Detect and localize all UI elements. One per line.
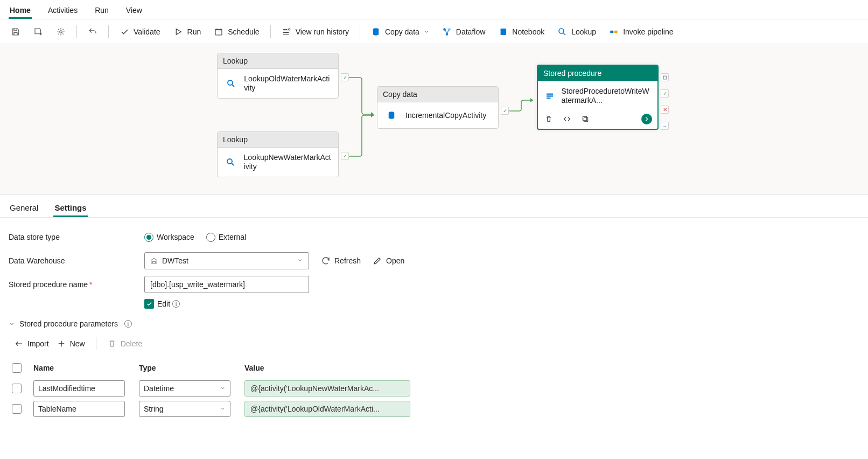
pipeline-canvas[interactable]: Lookup LookupOldWaterMarkActivity ✓ Look…	[0, 44, 868, 195]
data-warehouse-select[interactable]: DWTest	[144, 252, 309, 269]
activity-header: Stored procedure	[538, 66, 657, 81]
svg-rect-1	[215, 29, 222, 35]
invoke-icon	[609, 27, 619, 37]
data-warehouse-value: DWTest	[162, 256, 188, 265]
svg-rect-19	[547, 98, 551, 99]
import-icon	[14, 339, 24, 349]
notebook-button[interactable]: Notebook	[493, 24, 550, 40]
import-button[interactable]: Import	[14, 339, 49, 349]
new-button[interactable]: New	[57, 339, 85, 349]
delete-activity-button[interactable]	[543, 114, 554, 124]
activity-name: StoredProceduretoWriteWatermarkA...	[562, 87, 651, 105]
param-value-input[interactable]: @{activity('LookupOldWaterMarkActi...	[244, 401, 410, 417]
row-checkbox[interactable]	[12, 404, 22, 414]
output-success-badge[interactable]: ✓	[501, 107, 509, 115]
output-default-badge[interactable]	[661, 73, 669, 81]
svg-point-0	[60, 30, 62, 33]
output-failure-badge[interactable]: ✕	[661, 106, 669, 114]
calendar-icon	[214, 27, 223, 37]
info-icon[interactable]: i	[124, 320, 132, 328]
svg-point-11	[559, 29, 564, 33]
activity-name: LookupNewWaterMarkActivity	[244, 153, 332, 171]
svg-rect-22	[663, 76, 667, 79]
svg-point-6	[446, 33, 449, 36]
code-view-button[interactable]	[562, 114, 572, 124]
svg-rect-10	[500, 33, 501, 34]
activity-body: LookupOldWaterMarkActivity	[218, 69, 338, 98]
copy-activity-button[interactable]	[580, 114, 591, 124]
output-success-badge[interactable]: ✓	[341, 73, 349, 81]
run-button[interactable]: Run	[168, 24, 207, 40]
validate-button[interactable]: Validate	[114, 24, 166, 40]
chevron-down-icon	[220, 405, 226, 413]
row-checkbox[interactable]	[12, 384, 22, 393]
lookup-button[interactable]: Lookup	[552, 24, 601, 40]
toolbar: Validate Run Schedule View run history C…	[0, 19, 868, 44]
svg-rect-12	[610, 30, 613, 33]
ribbon-tab-activities[interactable]: Activities	[47, 3, 79, 19]
undo-icon	[88, 27, 97, 37]
toolbar-separator	[76, 25, 77, 38]
activity-lookup-new[interactable]: Lookup LookupNewWaterMarkActivity	[217, 131, 339, 177]
select-all-checkbox[interactable]	[12, 363, 22, 373]
warehouse-icon	[150, 257, 158, 265]
ribbon-tab-view[interactable]: View	[125, 3, 143, 19]
activity-copy-data[interactable]: Copy data IncrementalCopyActivity	[377, 86, 499, 129]
dataflow-button[interactable]: Dataflow	[437, 24, 491, 40]
param-type-select[interactable]: Datetime	[139, 380, 230, 397]
panel-resize-handle[interactable]	[426, 194, 442, 195]
param-type-select[interactable]: String	[139, 401, 230, 417]
history-label: View run history	[296, 27, 349, 36]
data-warehouse-label: Data Warehouse	[9, 256, 144, 265]
settings-gear-button[interactable]	[51, 24, 71, 40]
copy-data-button[interactable]: Copy data	[366, 24, 435, 40]
refresh-button[interactable]: Refresh	[321, 256, 361, 266]
params-collapser[interactable]: Stored procedure parameters i	[9, 319, 859, 329]
search-icon	[224, 76, 237, 91]
param-name-input[interactable]: TableName	[33, 401, 125, 417]
toolbar-separator	[108, 25, 109, 38]
undo-button[interactable]	[82, 24, 103, 40]
toolbar-separator	[96, 337, 96, 350]
svg-point-2	[288, 29, 290, 30]
param-table-header: Name Type Value	[9, 358, 660, 378]
database-icon	[371, 27, 381, 37]
param-toolbar: Import New Delete	[9, 335, 859, 352]
radio-workspace[interactable]: Workspace	[144, 233, 194, 242]
output-skip-badge[interactable]: →	[661, 122, 669, 130]
tab-general[interactable]: General	[9, 199, 39, 217]
chevron-down-icon	[297, 256, 303, 265]
open-button[interactable]: Open	[373, 256, 404, 266]
ribbon-tab-home[interactable]: Home	[9, 3, 32, 19]
schedule-button[interactable]: Schedule	[208, 24, 264, 40]
activity-stored-procedure[interactable]: Stored procedure StoredProceduretoWriteW…	[537, 65, 659, 130]
search-icon	[224, 155, 237, 170]
stored-proc-name-input[interactable]: [dbo].[usp_write_watermark]	[144, 276, 309, 293]
svg-rect-21	[583, 116, 586, 120]
radio-external[interactable]: External	[206, 233, 246, 242]
delete-button[interactable]: Delete	[107, 339, 142, 349]
ribbon-tab-run[interactable]: Run	[94, 3, 110, 19]
output-success-badge[interactable]: ✓	[341, 152, 349, 160]
save-button[interactable]	[5, 24, 26, 40]
output-success-badge[interactable]: ✓	[661, 89, 669, 98]
activity-footer	[538, 110, 657, 129]
svg-rect-17	[547, 93, 553, 94]
param-name-input[interactable]: LastModifiedtime	[33, 380, 125, 397]
tab-settings[interactable]: Settings	[53, 199, 87, 217]
go-button[interactable]	[641, 114, 652, 124]
activity-lookup-old[interactable]: Lookup LookupOldWaterMarkActivity	[217, 53, 339, 99]
data-store-type-label: Data store type	[9, 233, 144, 241]
view-history-button[interactable]: View run history	[276, 24, 354, 40]
refresh-icon	[321, 256, 331, 266]
checkbox-checked-icon	[144, 299, 154, 309]
edit-checkbox[interactable]: Editi	[144, 299, 180, 309]
invoke-pipeline-button[interactable]: Invoke pipeline	[604, 24, 678, 40]
param-value-input[interactable]: @{activity('LookupNewWaterMarkAc...	[244, 380, 410, 397]
info-icon[interactable]: i	[172, 300, 180, 308]
activity-body: LookupNewWaterMarkActivity	[218, 148, 338, 177]
col-name: Name	[33, 364, 139, 372]
search-icon	[557, 27, 567, 37]
chevron-down-icon	[424, 27, 429, 37]
save-as-button[interactable]	[28, 24, 48, 40]
